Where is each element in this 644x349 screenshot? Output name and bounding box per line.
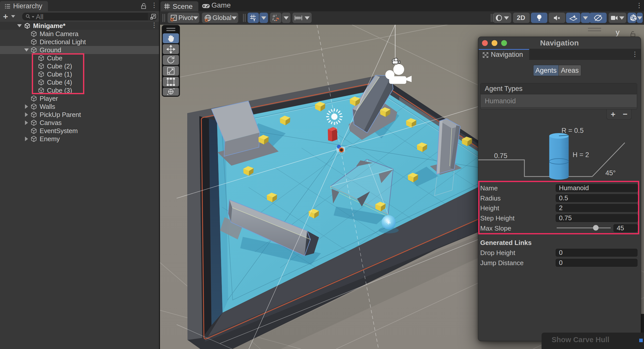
svg-text:R = 0.5: R = 0.5 xyxy=(561,127,584,134)
svg-text:H = 2: H = 2 xyxy=(573,151,589,159)
svg-text:0.75: 0.75 xyxy=(494,152,507,160)
svg-text:Y: Y xyxy=(253,18,256,22)
svg-text:45°: 45° xyxy=(605,169,616,177)
svg-text:y: y xyxy=(616,28,620,36)
